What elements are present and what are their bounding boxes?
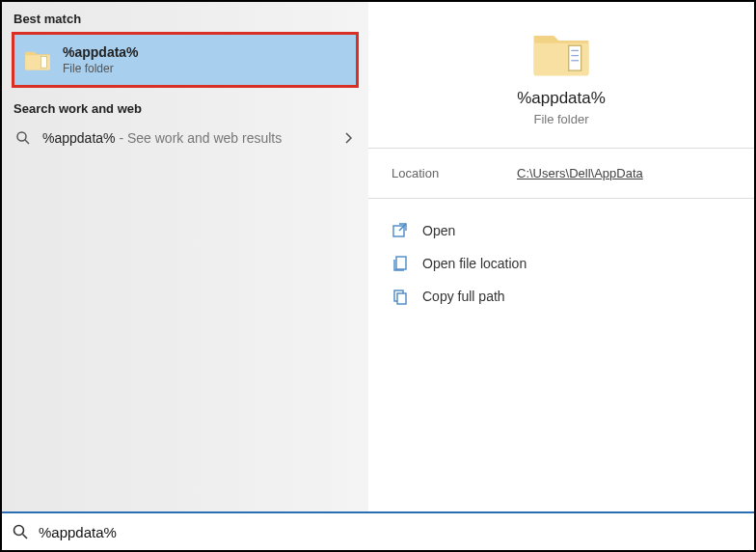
chevron-right-icon bbox=[343, 132, 355, 144]
web-result-item[interactable]: %appdata% - See work and web results bbox=[2, 120, 368, 156]
folder-icon bbox=[531, 27, 591, 79]
svg-rect-10 bbox=[397, 293, 406, 304]
best-match-text: %appdata% File folder bbox=[63, 44, 139, 75]
copy-path-action[interactable]: Copy full path bbox=[392, 280, 731, 313]
folder-icon bbox=[24, 48, 51, 71]
app-body: Best match %appdata% File folder Search … bbox=[2, 2, 754, 511]
svg-point-1 bbox=[17, 132, 26, 141]
location-value[interactable]: C:\Users\Dell\AppData bbox=[517, 166, 643, 180]
result-subtitle: File folder bbox=[63, 62, 139, 75]
copy-icon bbox=[392, 288, 409, 305]
web-query: %appdata% bbox=[42, 130, 116, 146]
svg-line-12 bbox=[23, 535, 28, 539]
action-label: Copy full path bbox=[422, 289, 505, 304]
best-match-label: Best match bbox=[2, 6, 368, 30]
search-bar[interactable] bbox=[2, 511, 754, 550]
svg-line-2 bbox=[25, 140, 29, 144]
action-label: Open file location bbox=[422, 256, 526, 271]
svg-rect-0 bbox=[41, 57, 47, 69]
detail-subtitle: File folder bbox=[533, 112, 588, 126]
detail-panel: %appdata% File folder Location C:\Users\… bbox=[368, 2, 754, 511]
search-input[interactable] bbox=[39, 524, 744, 540]
svg-rect-8 bbox=[396, 257, 406, 269]
svg-rect-3 bbox=[569, 45, 581, 70]
search-web-label: Search work and web bbox=[2, 96, 368, 120]
results-panel: Best match %appdata% File folder Search … bbox=[2, 2, 368, 511]
location-label: Location bbox=[392, 166, 517, 180]
best-match-item[interactable]: %appdata% File folder bbox=[12, 32, 359, 88]
search-icon bbox=[15, 130, 31, 146]
actions-list: Open Open file location Copy full path bbox=[368, 199, 754, 328]
action-label: Open bbox=[422, 223, 455, 238]
detail-title: %appdata% bbox=[517, 89, 606, 108]
open-action[interactable]: Open bbox=[392, 214, 731, 247]
open-location-icon bbox=[392, 255, 409, 272]
search-icon bbox=[12, 523, 29, 540]
svg-point-11 bbox=[14, 526, 24, 536]
location-row: Location C:\Users\Dell\AppData bbox=[368, 149, 754, 198]
open-location-action[interactable]: Open file location bbox=[392, 247, 731, 280]
result-title: %appdata% bbox=[63, 44, 139, 60]
web-hint: - See work and web results bbox=[116, 130, 283, 146]
detail-header: %appdata% File folder bbox=[368, 27, 754, 148]
open-icon bbox=[392, 222, 409, 239]
web-result-text: %appdata% - See work and web results bbox=[42, 129, 282, 147]
